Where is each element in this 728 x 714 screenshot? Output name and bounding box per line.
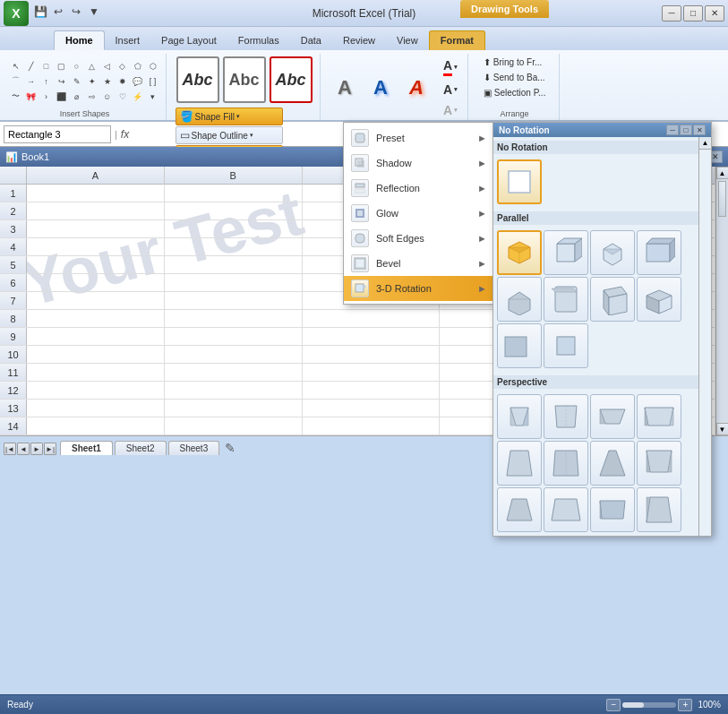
- cell-a1[interactable]: [27, 185, 165, 202]
- cell-c10[interactable]: [303, 346, 441, 363]
- sheet-nav-last[interactable]: ►|: [44, 443, 56, 455]
- cell-c8[interactable]: [303, 310, 441, 327]
- wordart-style-1[interactable]: A: [328, 71, 362, 105]
- rotation-item-parallel-4[interactable]: [637, 230, 681, 275]
- rotation-item-perspective-9[interactable]: [497, 487, 542, 532]
- tab-insert[interactable]: Insert: [105, 30, 151, 50]
- cell-a3[interactable]: [27, 220, 165, 237]
- cell-a2[interactable]: [27, 202, 165, 219]
- menu-item-shadow[interactable]: Shadow ►: [344, 151, 494, 176]
- explosion-icon[interactable]: ✸: [116, 74, 129, 88]
- rotation-item-perspective-8[interactable]: [637, 441, 681, 486]
- cell-c14[interactable]: [303, 417, 441, 434]
- oval-icon[interactable]: ○: [70, 59, 83, 73]
- panel-scrollbar[interactable]: ▲: [698, 137, 711, 536]
- rotation-item-parallel-9[interactable]: [497, 323, 542, 368]
- rotation-item-parallel-2[interactable]: [544, 230, 588, 275]
- cell-b2[interactable]: [165, 202, 303, 219]
- bracket-icon[interactable]: [ ]: [146, 74, 159, 88]
- menu-item-3d-rotation[interactable]: 3-D Rotation ►: [344, 276, 494, 301]
- rtriangle-icon[interactable]: ◁: [100, 59, 114, 73]
- cell-b12[interactable]: [165, 382, 303, 399]
- rotation-item-parallel-3[interactable]: [590, 230, 635, 275]
- tab-page-layout[interactable]: Page Layout: [150, 30, 227, 50]
- cell-a9[interactable]: [27, 328, 165, 345]
- sheet-tab-2[interactable]: Sheet2: [115, 441, 167, 455]
- block-arrow-icon[interactable]: ⇨: [85, 90, 98, 103]
- rotation-item-perspective-11[interactable]: [590, 487, 635, 532]
- menu-item-bevel[interactable]: Bevel ►: [344, 251, 494, 276]
- maximize-button[interactable]: □: [683, 5, 703, 22]
- cell-a13[interactable]: [27, 400, 165, 417]
- cell-a7[interactable]: [27, 292, 165, 309]
- rotation-item-perspective-10[interactable]: [544, 487, 588, 532]
- rotation-item-perspective-6[interactable]: [544, 441, 588, 486]
- shape-outline-button[interactable]: ▭ Shape Outline ▾: [176, 126, 283, 144]
- rotation-item-perspective-7[interactable]: [590, 441, 635, 486]
- lightning-icon[interactable]: ⚡: [131, 90, 144, 103]
- smile-icon[interactable]: ☺: [100, 90, 114, 103]
- rotation-item-perspective-12[interactable]: [637, 487, 681, 532]
- wordart-style-3[interactable]: A: [399, 71, 433, 105]
- rotation-item-parallel-8[interactable]: [637, 277, 681, 322]
- rotation-item-perspective-4[interactable]: [637, 394, 681, 439]
- panel-minimize[interactable]: ─: [666, 125, 679, 135]
- cell-b1[interactable]: [165, 185, 303, 202]
- tab-formulas[interactable]: Formulas: [227, 30, 290, 50]
- rotation-item-parallel-6[interactable]: [544, 277, 588, 322]
- triangle-icon[interactable]: △: [85, 59, 98, 73]
- can-icon[interactable]: ⌀: [70, 90, 83, 103]
- rounded-rect-icon[interactable]: ▢: [55, 59, 68, 73]
- sheet-nav-prev[interactable]: ◄: [17, 443, 30, 455]
- cell-b5[interactable]: [165, 256, 303, 273]
- rotation-item-perspective-3[interactable]: [590, 394, 635, 439]
- style-thumb-3[interactable]: Abc: [270, 56, 313, 103]
- cell-b14[interactable]: [165, 417, 303, 434]
- rotation-item-parallel-10[interactable]: [544, 323, 588, 368]
- shape-fill-button[interactable]: 🪣 Shape Fill ▾: [176, 108, 283, 125]
- cell-c12[interactable]: [303, 382, 441, 399]
- bend-icon[interactable]: ↪: [55, 74, 68, 88]
- style-thumb-2[interactable]: Abc: [223, 56, 266, 103]
- diamond-icon[interactable]: ◇: [116, 59, 129, 73]
- rotation-item-perspective-2[interactable]: [544, 394, 588, 439]
- heart-icon[interactable]: ♡: [116, 90, 129, 103]
- cell-a8[interactable]: [27, 310, 165, 327]
- wordart-style-2[interactable]: A: [364, 71, 398, 105]
- cell-b3[interactable]: [165, 220, 303, 237]
- send-to-back-button[interactable]: ⬇ Send to Ba...: [480, 71, 549, 84]
- star4-icon[interactable]: ✦: [85, 74, 98, 88]
- cell-a14[interactable]: [27, 417, 165, 434]
- bring-to-front-button[interactable]: ⬆ Bring to Fr...: [480, 56, 545, 69]
- cell-a5[interactable]: [27, 256, 165, 273]
- connector-icon[interactable]: ⌒: [9, 74, 22, 88]
- cell-b10[interactable]: [165, 346, 303, 363]
- rotation-item-parallel-5[interactable]: [497, 277, 542, 322]
- panel-close[interactable]: ✕: [693, 125, 706, 135]
- scroll-up-button[interactable]: ▲: [716, 167, 729, 179]
- rotation-item-parallel-7[interactable]: [590, 277, 635, 322]
- cell-c11[interactable]: [303, 364, 441, 381]
- rotation-item-perspective-1[interactable]: [497, 394, 542, 439]
- panel-maximize[interactable]: □: [680, 125, 692, 135]
- tab-format[interactable]: Format: [429, 30, 485, 50]
- cell-b9[interactable]: [165, 328, 303, 345]
- wave-icon[interactable]: 〜: [9, 90, 22, 103]
- add-sheet-button[interactable]: ✎: [225, 441, 236, 455]
- rotation-item-none[interactable]: [497, 159, 542, 204]
- cell-a10[interactable]: [27, 346, 165, 363]
- penta-icon[interactable]: ⬠: [131, 59, 144, 73]
- sheet-nav-first[interactable]: |◄: [4, 443, 16, 455]
- zoom-out-button[interactable]: −: [606, 699, 621, 711]
- rotation-item-parallel-1[interactable]: [497, 230, 542, 275]
- panel-scroll-up[interactable]: ▲: [699, 137, 711, 150]
- cube-icon[interactable]: ⬛: [55, 90, 68, 103]
- text-effects-button[interactable]: A ▾: [439, 100, 462, 120]
- rotation-item-perspective-5[interactable]: [497, 441, 542, 486]
- cell-c13[interactable]: [303, 400, 441, 417]
- selection-panel-button[interactable]: ▣ Selection P...: [480, 86, 550, 99]
- minimize-button[interactable]: ─: [662, 5, 681, 22]
- rect-icon[interactable]: □: [39, 59, 53, 73]
- redo-button[interactable]: ↪: [68, 4, 84, 20]
- darrow-icon[interactable]: ↑: [39, 74, 53, 88]
